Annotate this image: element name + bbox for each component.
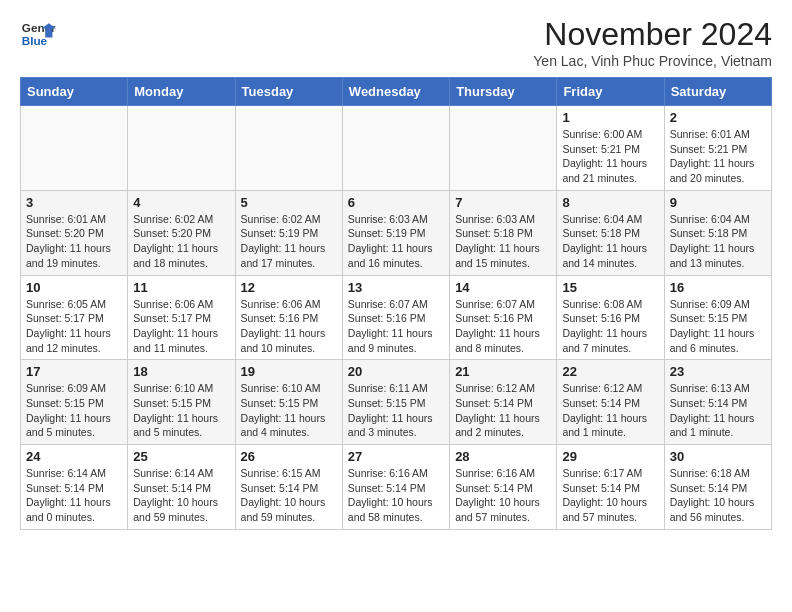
calendar-cell: 29Sunrise: 6:17 AM Sunset: 5:14 PM Dayli…: [557, 445, 664, 530]
day-info: Sunrise: 6:04 AM Sunset: 5:18 PM Dayligh…: [562, 212, 658, 271]
day-info: Sunrise: 6:06 AM Sunset: 5:17 PM Dayligh…: [133, 297, 229, 356]
day-number: 25: [133, 449, 229, 464]
calendar-cell: [342, 106, 449, 191]
month-title: November 2024: [533, 16, 772, 53]
day-number: 17: [26, 364, 122, 379]
title-area: November 2024 Yen Lac, Vinh Phuc Provinc…: [533, 16, 772, 69]
day-info: Sunrise: 6:08 AM Sunset: 5:16 PM Dayligh…: [562, 297, 658, 356]
day-info: Sunrise: 6:02 AM Sunset: 5:20 PM Dayligh…: [133, 212, 229, 271]
logo-icon: General Blue: [20, 16, 56, 52]
day-number: 21: [455, 364, 551, 379]
day-number: 23: [670, 364, 766, 379]
calendar-table: SundayMondayTuesdayWednesdayThursdayFrid…: [20, 77, 772, 530]
calendar-cell: 27Sunrise: 6:16 AM Sunset: 5:14 PM Dayli…: [342, 445, 449, 530]
day-number: 30: [670, 449, 766, 464]
day-number: 1: [562, 110, 658, 125]
calendar-cell: 10Sunrise: 6:05 AM Sunset: 5:17 PM Dayli…: [21, 275, 128, 360]
day-info: Sunrise: 6:07 AM Sunset: 5:16 PM Dayligh…: [455, 297, 551, 356]
day-number: 8: [562, 195, 658, 210]
calendar-cell: 16Sunrise: 6:09 AM Sunset: 5:15 PM Dayli…: [664, 275, 771, 360]
day-info: Sunrise: 6:18 AM Sunset: 5:14 PM Dayligh…: [670, 466, 766, 525]
day-info: Sunrise: 6:04 AM Sunset: 5:18 PM Dayligh…: [670, 212, 766, 271]
calendar-cell: 18Sunrise: 6:10 AM Sunset: 5:15 PM Dayli…: [128, 360, 235, 445]
calendar-cell: 22Sunrise: 6:12 AM Sunset: 5:14 PM Dayli…: [557, 360, 664, 445]
calendar-cell: 26Sunrise: 6:15 AM Sunset: 5:14 PM Dayli…: [235, 445, 342, 530]
day-info: Sunrise: 6:10 AM Sunset: 5:15 PM Dayligh…: [133, 381, 229, 440]
calendar-week-row: 24Sunrise: 6:14 AM Sunset: 5:14 PM Dayli…: [21, 445, 772, 530]
day-number: 5: [241, 195, 337, 210]
calendar-cell: 13Sunrise: 6:07 AM Sunset: 5:16 PM Dayli…: [342, 275, 449, 360]
weekday-header-monday: Monday: [128, 78, 235, 106]
day-info: Sunrise: 6:11 AM Sunset: 5:15 PM Dayligh…: [348, 381, 444, 440]
calendar-cell: 19Sunrise: 6:10 AM Sunset: 5:15 PM Dayli…: [235, 360, 342, 445]
calendar-cell: 8Sunrise: 6:04 AM Sunset: 5:18 PM Daylig…: [557, 190, 664, 275]
day-info: Sunrise: 6:14 AM Sunset: 5:14 PM Dayligh…: [26, 466, 122, 525]
weekday-header-friday: Friday: [557, 78, 664, 106]
day-info: Sunrise: 6:06 AM Sunset: 5:16 PM Dayligh…: [241, 297, 337, 356]
calendar-cell: 28Sunrise: 6:16 AM Sunset: 5:14 PM Dayli…: [450, 445, 557, 530]
calendar-cell: 5Sunrise: 6:02 AM Sunset: 5:19 PM Daylig…: [235, 190, 342, 275]
day-info: Sunrise: 6:00 AM Sunset: 5:21 PM Dayligh…: [562, 127, 658, 186]
calendar-cell: 14Sunrise: 6:07 AM Sunset: 5:16 PM Dayli…: [450, 275, 557, 360]
day-number: 19: [241, 364, 337, 379]
calendar-cell: 17Sunrise: 6:09 AM Sunset: 5:15 PM Dayli…: [21, 360, 128, 445]
weekday-header-row: SundayMondayTuesdayWednesdayThursdayFrid…: [21, 78, 772, 106]
day-number: 20: [348, 364, 444, 379]
calendar-cell: 7Sunrise: 6:03 AM Sunset: 5:18 PM Daylig…: [450, 190, 557, 275]
day-number: 27: [348, 449, 444, 464]
calendar-week-row: 3Sunrise: 6:01 AM Sunset: 5:20 PM Daylig…: [21, 190, 772, 275]
logo: General Blue: [20, 16, 56, 52]
calendar-cell: 25Sunrise: 6:14 AM Sunset: 5:14 PM Dayli…: [128, 445, 235, 530]
day-info: Sunrise: 6:01 AM Sunset: 5:21 PM Dayligh…: [670, 127, 766, 186]
weekday-header-thursday: Thursday: [450, 78, 557, 106]
day-number: 2: [670, 110, 766, 125]
day-info: Sunrise: 6:05 AM Sunset: 5:17 PM Dayligh…: [26, 297, 122, 356]
weekday-header-sunday: Sunday: [21, 78, 128, 106]
calendar-cell: 12Sunrise: 6:06 AM Sunset: 5:16 PM Dayli…: [235, 275, 342, 360]
calendar-cell: 2Sunrise: 6:01 AM Sunset: 5:21 PM Daylig…: [664, 106, 771, 191]
day-number: 10: [26, 280, 122, 295]
calendar-cell: 4Sunrise: 6:02 AM Sunset: 5:20 PM Daylig…: [128, 190, 235, 275]
day-info: Sunrise: 6:02 AM Sunset: 5:19 PM Dayligh…: [241, 212, 337, 271]
day-number: 26: [241, 449, 337, 464]
calendar-cell: 6Sunrise: 6:03 AM Sunset: 5:19 PM Daylig…: [342, 190, 449, 275]
day-number: 3: [26, 195, 122, 210]
day-number: 12: [241, 280, 337, 295]
weekday-header-tuesday: Tuesday: [235, 78, 342, 106]
calendar-cell: 24Sunrise: 6:14 AM Sunset: 5:14 PM Dayli…: [21, 445, 128, 530]
location-subtitle: Yen Lac, Vinh Phuc Province, Vietnam: [533, 53, 772, 69]
header: General Blue November 2024 Yen Lac, Vinh…: [20, 16, 772, 69]
day-info: Sunrise: 6:12 AM Sunset: 5:14 PM Dayligh…: [562, 381, 658, 440]
day-number: 18: [133, 364, 229, 379]
day-number: 4: [133, 195, 229, 210]
day-number: 13: [348, 280, 444, 295]
day-number: 7: [455, 195, 551, 210]
day-info: Sunrise: 6:03 AM Sunset: 5:19 PM Dayligh…: [348, 212, 444, 271]
day-number: 22: [562, 364, 658, 379]
svg-text:Blue: Blue: [22, 34, 48, 47]
calendar-week-row: 17Sunrise: 6:09 AM Sunset: 5:15 PM Dayli…: [21, 360, 772, 445]
calendar-cell: [450, 106, 557, 191]
calendar-cell: 15Sunrise: 6:08 AM Sunset: 5:16 PM Dayli…: [557, 275, 664, 360]
day-info: Sunrise: 6:07 AM Sunset: 5:16 PM Dayligh…: [348, 297, 444, 356]
calendar-cell: [235, 106, 342, 191]
calendar-cell: 20Sunrise: 6:11 AM Sunset: 5:15 PM Dayli…: [342, 360, 449, 445]
day-number: 11: [133, 280, 229, 295]
day-number: 16: [670, 280, 766, 295]
day-info: Sunrise: 6:01 AM Sunset: 5:20 PM Dayligh…: [26, 212, 122, 271]
day-info: Sunrise: 6:15 AM Sunset: 5:14 PM Dayligh…: [241, 466, 337, 525]
calendar-cell: 3Sunrise: 6:01 AM Sunset: 5:20 PM Daylig…: [21, 190, 128, 275]
weekday-header-wednesday: Wednesday: [342, 78, 449, 106]
day-info: Sunrise: 6:12 AM Sunset: 5:14 PM Dayligh…: [455, 381, 551, 440]
day-info: Sunrise: 6:16 AM Sunset: 5:14 PM Dayligh…: [348, 466, 444, 525]
day-info: Sunrise: 6:09 AM Sunset: 5:15 PM Dayligh…: [26, 381, 122, 440]
day-info: Sunrise: 6:10 AM Sunset: 5:15 PM Dayligh…: [241, 381, 337, 440]
calendar-cell: [128, 106, 235, 191]
weekday-header-saturday: Saturday: [664, 78, 771, 106]
calendar-cell: 1Sunrise: 6:00 AM Sunset: 5:21 PM Daylig…: [557, 106, 664, 191]
day-number: 14: [455, 280, 551, 295]
calendar-week-row: 1Sunrise: 6:00 AM Sunset: 5:21 PM Daylig…: [21, 106, 772, 191]
day-number: 24: [26, 449, 122, 464]
calendar-cell: 11Sunrise: 6:06 AM Sunset: 5:17 PM Dayli…: [128, 275, 235, 360]
calendar-cell: [21, 106, 128, 191]
